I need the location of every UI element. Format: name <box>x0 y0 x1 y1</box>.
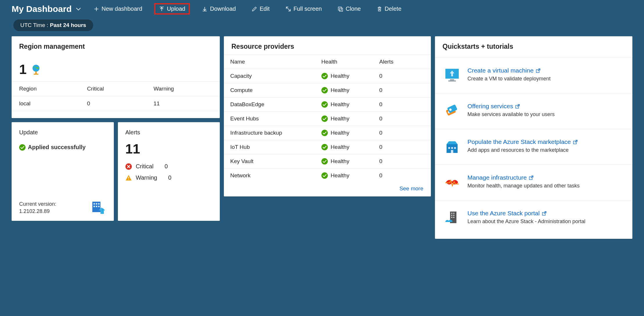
rp-name: DataBoxEdge <box>224 97 315 112</box>
rp-row[interactable]: Key Vault Healthy 0 <box>224 154 431 169</box>
qs-desc: Create a VM to validate deployment <box>467 76 551 82</box>
update-title: Update <box>12 122 114 139</box>
svg-rect-33 <box>451 217 452 218</box>
svg-rect-13 <box>98 203 100 205</box>
version-label: Current version: <box>19 201 56 207</box>
rp-row[interactable]: DataBoxEdge Healthy 0 <box>224 97 431 112</box>
critical-cell: 0 <box>80 96 146 111</box>
rp-row[interactable]: Capacity Healthy 0 <box>224 69 431 83</box>
rp-title: Resource providers <box>224 36 431 55</box>
new-dashboard-button[interactable]: New dashboard <box>90 3 146 15</box>
success-icon <box>19 144 26 151</box>
full-screen-label: Full screen <box>294 6 322 12</box>
qs-link[interactable]: Populate the Azure Stack marketplace <box>467 138 578 145</box>
qs-desc: Learn about the Azure Stack - Administra… <box>467 219 585 225</box>
qs-link[interactable]: Use the Azure Stack portal <box>467 210 585 217</box>
svg-rect-26 <box>454 147 456 149</box>
region-count: 1 <box>19 62 27 77</box>
rp-name: IoT Hub <box>224 140 315 154</box>
dashboard-title-dropdown[interactable]: My Dashboard <box>12 4 82 14</box>
external-link-icon <box>573 140 578 144</box>
time-label: UTC Time : <box>20 22 48 28</box>
healthy-icon <box>321 158 328 165</box>
rp-row[interactable]: Infrastructure backup Healthy 0 <box>224 126 431 140</box>
rp-name: Infrastructure backup <box>224 126 315 140</box>
rp-alerts: 0 <box>373 97 431 112</box>
rp-name: Capacity <box>224 69 315 83</box>
qs-link[interactable]: Offering services <box>467 103 555 110</box>
col-region: Region <box>12 82 80 96</box>
col-critical: Critical <box>80 82 146 96</box>
qs-item: Use the Azure Stack portal Learn about t… <box>435 200 632 236</box>
svg-rect-8 <box>35 71 37 74</box>
alert-label: Critical <box>136 163 154 170</box>
clone-button[interactable]: Clone <box>334 3 364 15</box>
rp-row[interactable]: Compute Healthy 0 <box>224 83 431 97</box>
alert-row[interactable]: Warning0 <box>118 172 220 183</box>
edit-button[interactable]: Edit <box>248 3 273 15</box>
rp-alerts: 0 <box>373 83 431 97</box>
qs-item: Create a virtual machine Create a VM to … <box>435 57 632 93</box>
upload-button[interactable]: Upload <box>154 3 190 15</box>
qs-item: Manage infrastructure Monitor health, ma… <box>435 165 632 200</box>
healthy-icon <box>321 144 328 150</box>
rp-row[interactable]: Network Healthy 0 <box>224 169 431 183</box>
healthy-icon <box>321 172 328 179</box>
col-health: Health <box>315 55 373 69</box>
healthy-icon <box>321 73 328 79</box>
rp-alerts: 0 <box>373 112 431 126</box>
qs-link-label: Offering services <box>467 103 513 110</box>
edit-label: Edit <box>260 6 269 12</box>
alert-count: 0 <box>165 163 168 170</box>
delete-button[interactable]: Delete <box>373 3 405 15</box>
svg-rect-6 <box>339 8 343 11</box>
full-screen-button[interactable]: Full screen <box>282 3 326 15</box>
external-link-icon <box>515 104 520 109</box>
update-status: Applied successfully <box>28 144 86 151</box>
qs-icon <box>444 138 460 155</box>
download-label: Download <box>210 6 236 12</box>
rp-name: Network <box>224 169 315 183</box>
qs-icon <box>444 103 460 120</box>
qs-icon <box>444 210 460 227</box>
qs-desc: Monitor health, manage updates and other… <box>467 183 580 189</box>
svg-rect-18 <box>450 79 454 80</box>
alert-row[interactable]: Critical0 <box>118 161 220 172</box>
qs-link-label: Use the Azure Stack portal <box>467 210 540 217</box>
building-update-icon <box>89 201 106 214</box>
rp-alerts: 0 <box>373 140 431 154</box>
svg-rect-9 <box>34 74 38 75</box>
see-more-link[interactable]: See more <box>400 185 423 192</box>
time-range-pill[interactable]: UTC Time : Past 24 hours <box>13 19 93 31</box>
svg-rect-14 <box>93 206 95 207</box>
region-row[interactable]: local 0 11 <box>12 96 220 111</box>
new-dashboard-label: New dashboard <box>102 6 142 12</box>
svg-rect-5 <box>338 7 341 10</box>
rp-name: Key Vault <box>224 154 315 169</box>
healthy-icon <box>321 101 328 108</box>
svg-rect-15 <box>96 206 97 207</box>
qs-desc: Add apps and resources to the marketplac… <box>467 147 578 153</box>
rp-row[interactable]: IoT Hub Healthy 0 <box>224 140 431 154</box>
col-warning: Warning <box>146 82 220 96</box>
qs-link-label: Manage infrastructure <box>467 174 527 181</box>
clone-label: Clone <box>346 6 361 12</box>
svg-rect-16 <box>98 206 100 207</box>
alerts-title: Alerts <box>118 122 220 139</box>
critical-icon <box>125 163 132 170</box>
rp-alerts: 0 <box>373 126 431 140</box>
download-button[interactable]: Download <box>198 3 240 15</box>
alerts-total: 11 <box>118 139 220 161</box>
qs-link[interactable]: Manage infrastructure <box>467 174 580 181</box>
qs-desc: Make services available to your users <box>467 111 555 118</box>
svg-rect-11 <box>93 203 95 205</box>
alert-count: 0 <box>168 174 171 181</box>
rp-row[interactable]: Event Hubs Healthy 0 <box>224 112 431 126</box>
region-management-tile: Region management 1 Region Critical Warn… <box>12 36 220 118</box>
qs-link[interactable]: Create a virtual machine <box>467 67 551 74</box>
qs-item: Populate the Azure Stack marketplace Add… <box>435 129 632 165</box>
svg-rect-31 <box>451 215 452 216</box>
svg-rect-32 <box>453 215 454 216</box>
rp-health: Healthy <box>331 130 349 136</box>
qs-link-label: Populate the Azure Stack marketplace <box>467 138 571 145</box>
